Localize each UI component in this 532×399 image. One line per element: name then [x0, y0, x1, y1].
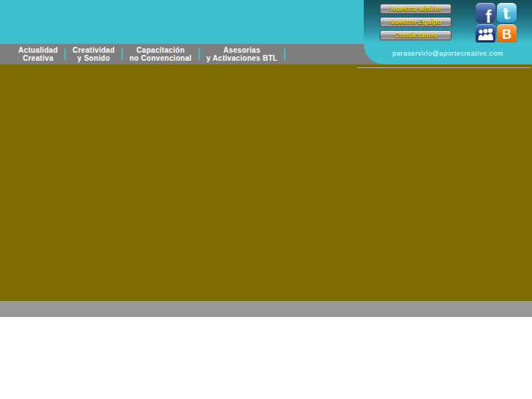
contactanos-button[interactable]: Contáctanos	[380, 30, 452, 40]
nav-item-label-line1: Asesorias	[223, 46, 261, 54]
nav-item-creatividad-sonido[interactable]: Creatividad y Sonido	[66, 46, 121, 62]
contact-email-bar: paraservirlo@aportecreativo.com	[364, 42, 532, 64]
nav-item-label-line2: y Sonido	[78, 54, 110, 62]
blogger-glyph: B	[502, 28, 512, 41]
contact-email-link[interactable]: paraservirlo@aportecreativo.com	[392, 50, 503, 57]
twitter-glyph: t	[503, 4, 512, 21]
header-right-panel: Nuestra Misión Nuestro Equipo Contáctano…	[364, 0, 532, 42]
blogger-icon[interactable]: B	[497, 24, 517, 44]
main-content-area	[0, 64, 532, 301]
header-band	[0, 0, 364, 44]
facebook-glyph: f	[486, 8, 492, 23]
footer-bar	[0, 301, 532, 317]
nav-item-label-line1: Capacitación	[137, 46, 185, 54]
myspace-people-glyph	[478, 29, 493, 40]
nav-item-asesorias-activaciones-btl[interactable]: Asesorias y Activaciones BTL	[200, 46, 284, 62]
nav-item-label-line1: Actualidad	[18, 46, 58, 54]
header-buttons-column: Nuestra Misión Nuestro Equipo Contáctano…	[380, 4, 452, 43]
twitter-icon[interactable]: t	[497, 3, 517, 23]
nav-item-actualidad-creativa[interactable]: Actualidad Creativa	[12, 46, 64, 62]
myspace-icon[interactable]	[476, 24, 495, 44]
facebook-icon[interactable]: f	[476, 3, 495, 23]
nav-item-label-line2: y Activaciones BTL	[206, 54, 277, 62]
divider-line	[357, 67, 531, 68]
nav-item-label-line2: Creativa	[23, 54, 53, 62]
nuestro-equipo-button[interactable]: Nuestro Equipo	[380, 17, 452, 27]
nav-item-label-line2: no Convencional	[130, 54, 192, 62]
nuestra-mision-button[interactable]: Nuestra Misión	[380, 4, 452, 14]
nav-separator	[284, 48, 285, 60]
nav-item-label-line1: Creatividad	[72, 46, 115, 54]
main-nav: Actualidad Creativa Creatividad y Sonido…	[0, 44, 364, 64]
page: Actualidad Creativa Creatividad y Sonido…	[0, 0, 532, 399]
social-icons-grid: f t B	[476, 3, 517, 44]
nav-item-capacitacion-no-convencional[interactable]: Capacitación no Convencional	[123, 46, 198, 62]
